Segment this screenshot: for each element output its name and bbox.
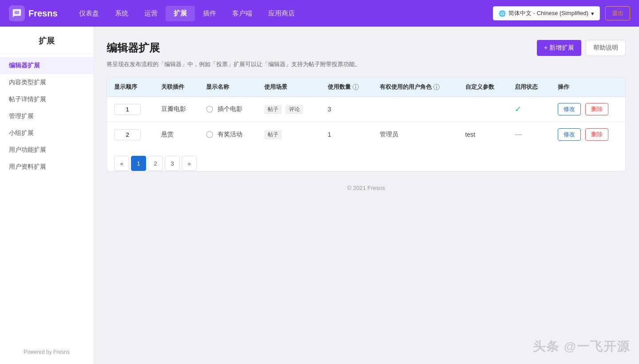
pagination: « 1 2 3 » xyxy=(107,147,625,171)
sidebar-item-group[interactable]: 小组扩展 xyxy=(0,125,93,142)
nav-right: 🌐 简体中文 - Chinese (Simplified) ▾ 退出 xyxy=(493,6,630,20)
chevron-down-icon: ▾ xyxy=(591,10,594,17)
main-content: 编辑器扩展 + 新增扩展 帮助说明 将呈现在发布流程的「编辑器」中，例如「投票」… xyxy=(93,27,639,364)
col-count: 使用数量 i xyxy=(321,78,373,97)
sidebar-title: 扩展 xyxy=(0,36,93,54)
col-order: 显示顺序 xyxy=(107,78,154,97)
nav-client[interactable]: 客户端 xyxy=(224,6,260,21)
cell-order xyxy=(107,97,154,122)
roles-info-icon[interactable]: i xyxy=(433,84,440,90)
nav-appstore[interactable]: 应用商店 xyxy=(260,6,303,21)
help-button[interactable]: 帮助说明 xyxy=(586,40,626,56)
table-row: 悬赏 有奖活动 帖子 1 管理员 test — xyxy=(107,122,625,147)
sidebar-item-user-function[interactable]: 用户功能扩展 xyxy=(0,142,93,158)
cell-status: ✓ xyxy=(508,97,551,122)
nav-plugins[interactable]: 插件 xyxy=(195,6,224,21)
enabled-icon: ✓ xyxy=(515,105,521,114)
edit-button-row1[interactable]: 修改 xyxy=(558,103,581,115)
table-header: 显示顺序 关联插件 显示名称 使用场景 使用数量 i 有权使用的 xyxy=(107,78,625,97)
pagination-page-2[interactable]: 2 xyxy=(148,156,163,171)
order-input[interactable] xyxy=(114,104,141,115)
scene-tag-post: 帖子 xyxy=(264,105,282,114)
extensions-table-container: 显示顺序 关联插件 显示名称 使用场景 使用数量 i 有权使用的 xyxy=(107,77,626,171)
cell-actions: 修改 删除 xyxy=(551,122,625,147)
status-circle-icon xyxy=(206,131,213,138)
page-description: 将呈现在发布流程的「编辑器」中，例如「投票」扩展可以让「编辑器」支持为帖子附带投… xyxy=(107,60,626,68)
col-params: 自定义参数 xyxy=(458,78,508,97)
cell-plugin: 豆瓣电影 xyxy=(154,97,199,122)
scene-tag-post: 帖子 xyxy=(264,130,282,139)
sidebar-item-post-detail[interactable]: 帖子详情扩展 xyxy=(0,91,93,108)
pagination-prev[interactable]: « xyxy=(114,156,129,171)
copyright-text: © 2021 Fresns xyxy=(347,185,385,191)
pagination-next[interactable]: » xyxy=(182,156,197,171)
nav-operations[interactable]: 运营 xyxy=(136,6,166,21)
sidebar-item-user-profile[interactable]: 用户资料扩展 xyxy=(0,158,93,175)
edit-button-row2[interactable]: 修改 xyxy=(558,128,581,141)
col-name: 显示名称 xyxy=(199,78,257,97)
col-plugin: 关联插件 xyxy=(154,78,199,97)
sidebar-item-management[interactable]: 管理扩展 xyxy=(0,108,93,125)
cell-roles xyxy=(373,97,458,122)
cell-plugin: 悬赏 xyxy=(154,122,199,147)
footer: © 2021 Fresns xyxy=(107,171,626,205)
nav-menu: 仪表盘 系统 运营 扩展 插件 客户端 应用商店 xyxy=(71,6,493,21)
sidebar-footer: Powered by Fresns xyxy=(0,349,93,355)
disabled-icon: — xyxy=(515,131,522,138)
lang-flag-icon: 🌐 xyxy=(499,10,506,17)
table-row: 豆瓣电影 插个电影 帖子 评论 3 xyxy=(107,97,625,122)
sidebar-item-content-type[interactable]: 内容类型扩展 xyxy=(0,74,93,91)
cell-params: test xyxy=(458,122,508,147)
scene-tag-comment: 评论 xyxy=(286,105,303,114)
sidebar-item-editor-extension[interactable]: 编辑器扩展 xyxy=(0,57,93,74)
logout-button[interactable]: 退出 xyxy=(605,6,630,20)
logo[interactable]: Fresns xyxy=(9,5,58,21)
top-navigation: Fresns 仪表盘 系统 运营 扩展 插件 客户端 应用商店 🌐 简体中文 -… xyxy=(0,0,639,27)
delete-button-row1[interactable]: 删除 xyxy=(585,103,608,115)
language-button[interactable]: 🌐 简体中文 - Chinese (Simplified) ▾ xyxy=(493,6,600,20)
delete-button-row2[interactable]: 删除 xyxy=(585,128,608,141)
count-info-icon[interactable]: i xyxy=(353,84,359,90)
cell-scene: 帖子 评论 xyxy=(257,97,321,122)
nav-system[interactable]: 系统 xyxy=(107,6,136,21)
cell-roles: 管理员 xyxy=(373,122,458,147)
cell-name: 有奖活动 xyxy=(199,122,257,147)
pagination-page-3[interactable]: 3 xyxy=(165,156,180,171)
cell-name: 插个电影 xyxy=(199,97,257,122)
page-header: 编辑器扩展 + 新增扩展 帮助说明 xyxy=(107,40,626,56)
col-actions: 操作 xyxy=(551,78,625,97)
cell-count: 3 xyxy=(321,97,373,122)
logo-text: Fresns xyxy=(28,8,58,19)
lang-label: 简体中文 - Chinese (Simplified) xyxy=(508,9,588,17)
nav-extensions[interactable]: 扩展 xyxy=(166,6,195,21)
col-scene: 使用场景 xyxy=(257,78,321,97)
table-body: 豆瓣电影 插个电影 帖子 评论 3 xyxy=(107,97,625,147)
order-input[interactable] xyxy=(114,129,141,140)
cell-actions: 修改 删除 xyxy=(551,97,625,122)
page-title: 编辑器扩展 xyxy=(107,41,160,55)
col-roles: 有权使用的用户角色 i xyxy=(373,78,458,97)
sidebar: 扩展 编辑器扩展 内容类型扩展 帖子详情扩展 管理扩展 小组扩展 用户功能扩展 … xyxy=(0,27,93,364)
logo-icon xyxy=(9,5,25,21)
layout: 扩展 编辑器扩展 内容类型扩展 帖子详情扩展 管理扩展 小组扩展 用户功能扩展 … xyxy=(0,27,639,364)
cell-order xyxy=(107,122,154,147)
pagination-page-1[interactable]: 1 xyxy=(131,156,146,171)
nav-dashboard[interactable]: 仪表盘 xyxy=(71,6,107,21)
cell-status: — xyxy=(508,122,551,147)
extensions-table: 显示顺序 关联插件 显示名称 使用场景 使用数量 i 有权使用的 xyxy=(107,78,625,147)
cell-count: 1 xyxy=(321,122,373,147)
cell-params xyxy=(458,97,508,122)
header-actions: + 新增扩展 帮助说明 xyxy=(537,40,626,56)
cell-scene: 帖子 xyxy=(257,122,321,147)
col-status: 启用状态 xyxy=(508,78,551,97)
add-extension-button[interactable]: + 新增扩展 xyxy=(537,40,581,56)
status-circle-icon xyxy=(206,106,213,113)
